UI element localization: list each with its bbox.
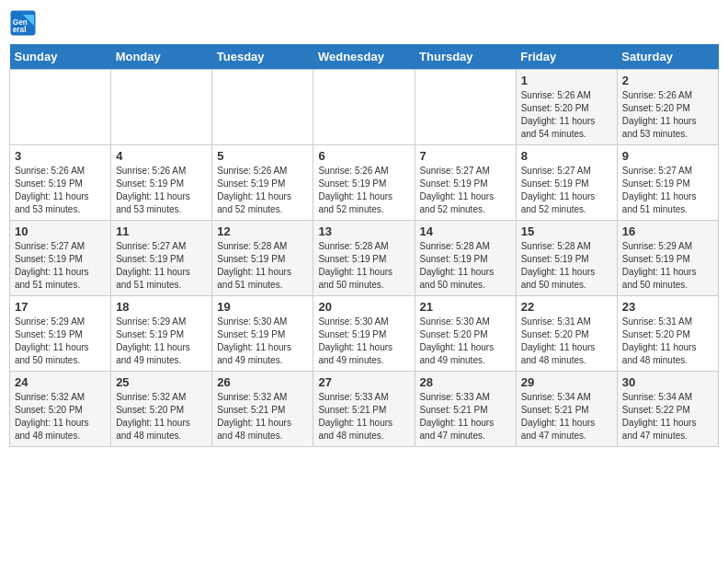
day-number: 9 [622,149,713,163]
day-number: 4 [116,149,207,163]
weekday-header-thursday: Thursday [415,44,516,70]
day-info: Sunrise: 5:29 AM Sunset: 5:19 PM Dayligh… [15,316,106,367]
day-number: 26 [217,375,308,389]
day-number: 19 [217,300,308,314]
day-info: Sunrise: 5:26 AM Sunset: 5:20 PM Dayligh… [622,89,713,141]
day-info: Sunrise: 5:30 AM Sunset: 5:19 PM Dayligh… [217,316,308,367]
day-number: 10 [15,224,106,238]
calendar-cell: 23Sunrise: 5:31 AM Sunset: 5:20 PM Dayli… [617,296,718,372]
day-info: Sunrise: 5:27 AM Sunset: 5:19 PM Dayligh… [622,165,713,216]
calendar-header: SundayMondayTuesdayWednesdayThursdayFrid… [10,44,719,70]
day-info: Sunrise: 5:27 AM Sunset: 5:19 PM Dayligh… [521,165,612,216]
calendar-cell: 5Sunrise: 5:26 AM Sunset: 5:19 PM Daylig… [212,145,313,221]
calendar-cell: 18Sunrise: 5:29 AM Sunset: 5:19 PM Dayli… [111,296,212,372]
calendar-cell: 7Sunrise: 5:27 AM Sunset: 5:19 PM Daylig… [415,145,516,221]
calendar-cell: 14Sunrise: 5:28 AM Sunset: 5:19 PM Dayli… [415,221,516,296]
day-number: 27 [318,375,409,389]
day-number: 30 [622,375,713,389]
day-info: Sunrise: 5:28 AM Sunset: 5:19 PM Dayligh… [521,240,612,292]
calendar-cell: 25Sunrise: 5:32 AM Sunset: 5:20 PM Dayli… [111,372,212,447]
weekday-header-monday: Monday [111,44,212,70]
day-info: Sunrise: 5:33 AM Sunset: 5:21 PM Dayligh… [318,391,409,442]
day-number: 11 [116,224,207,238]
day-info: Sunrise: 5:32 AM Sunset: 5:20 PM Dayligh… [15,391,106,442]
calendar-cell: 1Sunrise: 5:26 AM Sunset: 5:20 PM Daylig… [516,70,617,145]
calendar-cell: 22Sunrise: 5:31 AM Sunset: 5:20 PM Dayli… [516,296,617,372]
calendar-week-row: 10Sunrise: 5:27 AM Sunset: 5:19 PM Dayli… [10,221,719,296]
day-number: 5 [217,149,308,163]
calendar-cell [212,70,313,145]
day-number: 15 [521,224,612,238]
calendar-week-row: 24Sunrise: 5:32 AM Sunset: 5:20 PM Dayli… [10,372,719,447]
day-info: Sunrise: 5:26 AM Sunset: 5:19 PM Dayligh… [116,165,207,216]
calendar-cell: 24Sunrise: 5:32 AM Sunset: 5:20 PM Dayli… [10,372,111,447]
day-info: Sunrise: 5:26 AM Sunset: 5:20 PM Dayligh… [521,89,612,141]
day-info: Sunrise: 5:34 AM Sunset: 5:22 PM Dayligh… [622,391,713,442]
calendar-table: SundayMondayTuesdayWednesdayThursdayFrid… [9,44,719,447]
day-number: 20 [318,300,409,314]
calendar-cell [111,70,212,145]
page-header: Gen eral [9,9,719,37]
day-number: 14 [420,224,511,238]
day-number: 16 [622,224,713,238]
day-number: 1 [521,74,612,87]
calendar-cell: 6Sunrise: 5:26 AM Sunset: 5:19 PM Daylig… [313,145,415,221]
calendar-cell: 28Sunrise: 5:33 AM Sunset: 5:21 PM Dayli… [415,372,516,447]
weekday-header-saturday: Saturday [617,44,718,70]
calendar-cell: 13Sunrise: 5:28 AM Sunset: 5:19 PM Dayli… [313,221,415,296]
weekday-header-wednesday: Wednesday [313,44,415,70]
logo-icon: Gen eral [9,9,37,37]
calendar-cell [313,70,415,145]
day-info: Sunrise: 5:29 AM Sunset: 5:19 PM Dayligh… [622,240,713,292]
day-number: 3 [15,149,106,163]
day-info: Sunrise: 5:32 AM Sunset: 5:20 PM Dayligh… [116,391,207,442]
calendar-week-row: 3Sunrise: 5:26 AM Sunset: 5:19 PM Daylig… [10,145,719,221]
calendar-cell: 27Sunrise: 5:33 AM Sunset: 5:21 PM Dayli… [313,372,415,447]
logo: Gen eral [9,9,40,37]
day-number: 24 [15,375,106,389]
calendar-cell: 29Sunrise: 5:34 AM Sunset: 5:21 PM Dayli… [516,372,617,447]
day-number: 2 [622,74,713,87]
weekday-header-friday: Friday [516,44,617,70]
day-number: 29 [521,375,612,389]
day-info: Sunrise: 5:28 AM Sunset: 5:19 PM Dayligh… [217,240,308,292]
day-number: 25 [116,375,207,389]
calendar-cell: 20Sunrise: 5:30 AM Sunset: 5:19 PM Dayli… [313,296,415,372]
day-number: 23 [622,300,713,314]
day-info: Sunrise: 5:26 AM Sunset: 5:19 PM Dayligh… [15,165,106,216]
calendar-body: 1Sunrise: 5:26 AM Sunset: 5:20 PM Daylig… [10,70,719,447]
calendar-cell: 3Sunrise: 5:26 AM Sunset: 5:19 PM Daylig… [10,145,111,221]
day-info: Sunrise: 5:26 AM Sunset: 5:19 PM Dayligh… [318,165,409,216]
day-info: Sunrise: 5:31 AM Sunset: 5:20 PM Dayligh… [521,316,612,367]
calendar-cell [415,70,516,145]
calendar-cell: 16Sunrise: 5:29 AM Sunset: 5:19 PM Dayli… [617,221,718,296]
day-info: Sunrise: 5:31 AM Sunset: 5:20 PM Dayligh… [622,316,713,367]
day-info: Sunrise: 5:32 AM Sunset: 5:21 PM Dayligh… [217,391,308,442]
calendar-cell: 11Sunrise: 5:27 AM Sunset: 5:19 PM Dayli… [111,221,212,296]
day-number: 8 [521,149,612,163]
day-number: 7 [420,149,511,163]
day-info: Sunrise: 5:30 AM Sunset: 5:20 PM Dayligh… [420,316,511,367]
weekday-header-sunday: Sunday [10,44,111,70]
calendar-cell: 21Sunrise: 5:30 AM Sunset: 5:20 PM Dayli… [415,296,516,372]
day-number: 13 [318,224,409,238]
calendar-cell: 4Sunrise: 5:26 AM Sunset: 5:19 PM Daylig… [111,145,212,221]
day-number: 18 [116,300,207,314]
day-number: 28 [420,375,511,389]
day-info: Sunrise: 5:26 AM Sunset: 5:19 PM Dayligh… [217,165,308,216]
calendar-week-row: 1Sunrise: 5:26 AM Sunset: 5:20 PM Daylig… [10,70,719,145]
calendar-cell: 10Sunrise: 5:27 AM Sunset: 5:19 PM Dayli… [10,221,111,296]
calendar-week-row: 17Sunrise: 5:29 AM Sunset: 5:19 PM Dayli… [10,296,719,372]
day-number: 21 [420,300,511,314]
calendar-cell: 26Sunrise: 5:32 AM Sunset: 5:21 PM Dayli… [212,372,313,447]
svg-text:eral: eral [13,26,27,34]
day-info: Sunrise: 5:27 AM Sunset: 5:19 PM Dayligh… [15,240,106,292]
day-info: Sunrise: 5:30 AM Sunset: 5:19 PM Dayligh… [318,316,409,367]
calendar-cell: 9Sunrise: 5:27 AM Sunset: 5:19 PM Daylig… [617,145,718,221]
calendar-cell: 12Sunrise: 5:28 AM Sunset: 5:19 PM Dayli… [212,221,313,296]
weekday-header-row: SundayMondayTuesdayWednesdayThursdayFrid… [10,44,719,70]
calendar-cell: 15Sunrise: 5:28 AM Sunset: 5:19 PM Dayli… [516,221,617,296]
day-number: 12 [217,224,308,238]
day-number: 17 [15,300,106,314]
calendar-cell [10,70,111,145]
